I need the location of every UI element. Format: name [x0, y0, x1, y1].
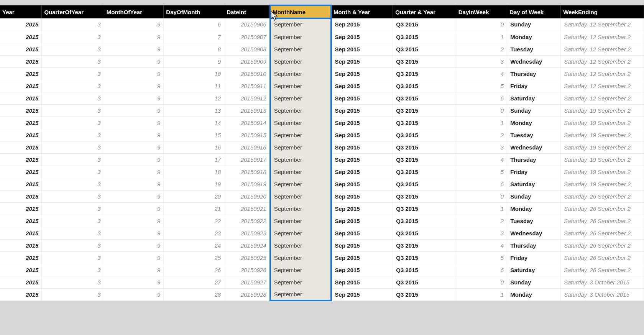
cell-year[interactable]: 2015 — [0, 141, 42, 153]
cell-qoy[interactable]: 3 — [42, 55, 104, 67]
cell-moy[interactable]: 9 — [104, 92, 164, 104]
cell-dom[interactable]: 20 — [164, 190, 224, 202]
cell-dow[interactable]: Sunday — [507, 104, 561, 117]
table-row[interactable]: 2015392220150922SeptemberSep 2015Q3 2015… — [0, 215, 644, 227]
cell-qoy[interactable]: 3 — [42, 227, 104, 239]
cell-monthname[interactable]: September — [270, 31, 331, 43]
cell-weekend[interactable]: Saturday, 12 September 2 — [561, 43, 644, 55]
cell-weekend[interactable]: Saturday, 19 September 2 — [561, 166, 644, 178]
cell-dom[interactable]: 16 — [164, 141, 224, 153]
cell-year[interactable]: 2015 — [0, 129, 42, 141]
cell-monthyear[interactable]: Sep 2015 — [331, 276, 393, 288]
cell-weekend[interactable]: Saturday, 12 September 2 — [561, 31, 644, 43]
cell-qy[interactable]: Q3 2015 — [393, 251, 456, 264]
cell-dow[interactable]: Sunday — [507, 276, 561, 288]
cell-dom[interactable]: 23 — [164, 227, 224, 239]
cell-year[interactable]: 2015 — [0, 264, 42, 276]
cell-dow[interactable]: Monday — [507, 117, 561, 129]
cell-weekend[interactable]: Saturday, 12 September 2 — [561, 80, 644, 92]
cell-weekend[interactable]: Saturday, 12 September 2 — [561, 18, 644, 31]
cell-dom[interactable]: 24 — [164, 239, 224, 251]
cell-qy[interactable]: Q3 2015 — [393, 18, 456, 31]
cell-moy[interactable]: 9 — [104, 288, 164, 301]
cell-monthname[interactable]: September — [270, 55, 331, 67]
cell-weekend[interactable]: Saturday, 19 September 2 — [561, 129, 644, 141]
cell-dateint[interactable]: 20150919 — [224, 178, 270, 190]
cell-diw[interactable]: 1 — [456, 117, 507, 129]
cell-monthname[interactable]: September — [270, 104, 331, 117]
col-header-dayofweek[interactable]: Day of Week — [507, 5, 561, 18]
cell-dom[interactable]: 8 — [164, 43, 224, 55]
cell-monthyear[interactable]: Sep 2015 — [331, 202, 393, 215]
cell-monthyear[interactable]: Sep 2015 — [331, 92, 393, 104]
cell-qoy[interactable]: 3 — [42, 264, 104, 276]
cell-qy[interactable]: Q3 2015 — [393, 43, 456, 55]
cell-dow[interactable]: Tuesday — [507, 43, 561, 55]
cell-moy[interactable]: 9 — [104, 104, 164, 117]
cell-dateint[interactable]: 20150918 — [224, 166, 270, 178]
cell-dateint[interactable]: 20150923 — [224, 227, 270, 239]
cell-year[interactable]: 2015 — [0, 190, 42, 202]
table-row[interactable]: 201539620150906SeptemberSep 2015Q3 20150… — [0, 18, 644, 31]
cell-dow[interactable]: Friday — [507, 166, 561, 178]
cell-qoy[interactable]: 3 — [42, 31, 104, 43]
cell-qoy[interactable]: 3 — [42, 67, 104, 80]
cell-year[interactable]: 2015 — [0, 92, 42, 104]
cell-dow[interactable]: Sunday — [507, 190, 561, 202]
table-row[interactable]: 2015391320150913SeptemberSep 2015Q3 2015… — [0, 104, 644, 117]
cell-dom[interactable]: 25 — [164, 251, 224, 264]
cell-qy[interactable]: Q3 2015 — [393, 92, 456, 104]
cell-monthname[interactable]: September — [270, 80, 331, 92]
cell-monthname[interactable]: September — [270, 18, 331, 31]
cell-qoy[interactable]: 3 — [42, 276, 104, 288]
cell-monthname[interactable]: September — [270, 166, 331, 178]
cell-dateint[interactable]: 20150912 — [224, 92, 270, 104]
cell-monthname[interactable]: September — [270, 92, 331, 104]
cell-monthyear[interactable]: Sep 2015 — [331, 67, 393, 80]
cell-dateint[interactable]: 20150920 — [224, 190, 270, 202]
cell-qy[interactable]: Q3 2015 — [393, 215, 456, 227]
cell-weekend[interactable]: Saturday, 12 September 2 — [561, 55, 644, 67]
table-row[interactable]: 2015391920150919SeptemberSep 2015Q3 2015… — [0, 178, 644, 190]
cell-qy[interactable]: Q3 2015 — [393, 276, 456, 288]
table-row[interactable]: 2015392820150928SeptemberSep 2015Q3 2015… — [0, 288, 644, 301]
cell-diw[interactable]: 4 — [456, 153, 507, 166]
cell-weekend[interactable]: Saturday, 19 September 2 — [561, 178, 644, 190]
cell-monthname[interactable]: September — [270, 264, 331, 276]
cell-dom[interactable]: 19 — [164, 178, 224, 190]
cell-qy[interactable]: Q3 2015 — [393, 202, 456, 215]
cell-year[interactable]: 2015 — [0, 31, 42, 43]
table-row[interactable]: 2015392420150924SeptemberSep 2015Q3 2015… — [0, 239, 644, 251]
cell-moy[interactable]: 9 — [104, 80, 164, 92]
cell-diw[interactable]: 2 — [456, 215, 507, 227]
cell-qy[interactable]: Q3 2015 — [393, 31, 456, 43]
table-row[interactable]: 201539820150908SeptemberSep 2015Q3 20152… — [0, 43, 644, 55]
table-row[interactable]: 2015391820150918SeptemberSep 2015Q3 2015… — [0, 166, 644, 178]
cell-moy[interactable]: 9 — [104, 239, 164, 251]
cell-moy[interactable]: 9 — [104, 153, 164, 166]
cell-monthyear[interactable]: Sep 2015 — [331, 80, 393, 92]
cell-weekend[interactable]: Saturday, 26 September 2 — [561, 239, 644, 251]
cell-monthyear[interactable]: Sep 2015 — [331, 227, 393, 239]
cell-dateint[interactable]: 20150909 — [224, 55, 270, 67]
cell-moy[interactable]: 9 — [104, 129, 164, 141]
cell-year[interactable]: 2015 — [0, 104, 42, 117]
cell-diw[interactable]: 6 — [456, 264, 507, 276]
cell-monthname[interactable]: September — [270, 215, 331, 227]
cell-weekend[interactable]: Saturday, 26 September 2 — [561, 251, 644, 264]
col-header-dateint[interactable]: DateInt — [224, 5, 270, 18]
cell-qoy[interactable]: 3 — [42, 117, 104, 129]
cell-monthname[interactable]: September — [270, 67, 331, 80]
data-grid[interactable]: Year QuarterOfYear MonthOfYear DayOfMont… — [0, 5, 644, 301]
cell-moy[interactable]: 9 — [104, 117, 164, 129]
cell-moy[interactable]: 9 — [104, 178, 164, 190]
cell-dom[interactable]: 9 — [164, 55, 224, 67]
cell-dow[interactable]: Monday — [507, 202, 561, 215]
cell-monthname[interactable]: September — [270, 129, 331, 141]
cell-dom[interactable]: 11 — [164, 80, 224, 92]
cell-monthname[interactable]: September — [270, 141, 331, 153]
cell-monthyear[interactable]: Sep 2015 — [331, 288, 393, 301]
cell-qoy[interactable]: 3 — [42, 141, 104, 153]
cell-year[interactable]: 2015 — [0, 117, 42, 129]
cell-diw[interactable]: 2 — [456, 43, 507, 55]
